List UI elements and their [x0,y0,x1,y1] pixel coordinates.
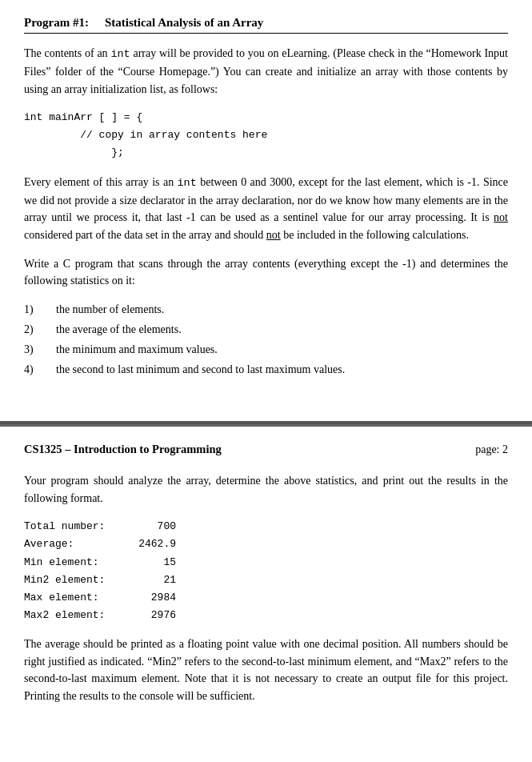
output-value-max: 2984 [128,589,176,607]
code-line-3: }; [24,144,508,162]
para2-before: Every element of this array is an [24,176,178,188]
para2-after-not: considered part of the data set in the a… [24,229,266,241]
list-num-3: 3) [24,341,56,358]
para2: Every element of this array is an int be… [24,174,508,244]
list-item-3: 3) the minimum and maximum values. [24,341,508,358]
output-line-total: Total number: 700 [24,518,508,535]
para3-text: Write a C program that scans through the… [24,258,508,287]
inline-code-int: int [110,48,130,60]
output-label-min: Min element: [24,554,128,572]
list-text-1: the number of elements. [56,301,508,318]
output-value-min2: 21 [128,572,176,589]
para2-not: not [494,211,508,223]
statistics-list: 1) the number of elements. 2) the averag… [24,301,508,378]
list-item-2: 2) the average of the elements. [24,321,508,338]
output-value-total: 700 [128,518,176,535]
intro-paragraph: The contents of an int array will be pro… [24,45,508,98]
program-header: Program #1: Statistical Analysis of an A… [24,16,508,34]
list-num-1: 1) [24,301,56,318]
output-line-max2: Max2 element: 2976 [24,607,508,624]
output-value-max2: 2976 [128,607,176,624]
para2-not2: not [266,229,281,241]
page2-intro: Your program should analyze the array, d… [24,472,508,507]
program-label: Program #1: [24,16,89,30]
output-line-min: Min element: 15 [24,554,508,572]
document: Program #1: Statistical Analysis of an A… [0,0,532,732]
list-text-4: the second to last minimum and second to… [56,361,508,378]
output-line-avg: Average: 2462.9 [24,535,508,553]
list-item-4: 4) the second to last minimum and second… [24,361,508,378]
list-item-1: 1) the number of elements. [24,301,508,318]
footer-paragraph: The average should be printed as a float… [24,636,508,705]
page2-header: CS1325 – Introduction to Programming pag… [24,443,508,458]
code-line-2: // copy in array contents here [24,126,508,144]
output-label-total: Total number: [24,518,128,535]
output-label-min2: Min2 element: [24,572,128,589]
output-line-min2: Min2 element: 21 [24,572,508,589]
code-block-init: int mainArr [ ] = { // copy in array con… [24,109,508,162]
list-num-2: 2) [24,321,56,338]
output-value-min: 15 [128,554,176,572]
output-label-max2: Max2 element: [24,607,128,624]
para2-code-int: int [178,177,197,189]
intro-text-before: The contents of an [24,47,110,59]
para2-final: be included in the following calculation… [281,229,469,241]
output-label-avg: Average: [24,535,128,553]
output-value-avg: 2462.9 [128,535,176,553]
list-text-2: the average of the elements. [56,321,508,338]
output-block: Total number: 700 Average: 2462.9 Min el… [24,518,508,624]
course-title: CS1325 – Introduction to Programming [24,443,222,456]
list-text-3: the minimum and maximum values. [56,341,508,358]
program-title: Statistical Analysis of an Array [105,16,263,30]
output-label-max: Max element: [24,589,128,607]
code-line-1: int mainArr [ ] = { [24,109,508,126]
output-line-max: Max element: 2984 [24,589,508,607]
page-1: Program #1: Statistical Analysis of an A… [0,0,532,424]
list-num-4: 4) [24,361,56,378]
page-2: CS1325 – Introduction to Programming pag… [0,427,532,732]
page-number: page: 2 [475,443,508,456]
para3: Write a C program that scans through the… [24,255,508,290]
